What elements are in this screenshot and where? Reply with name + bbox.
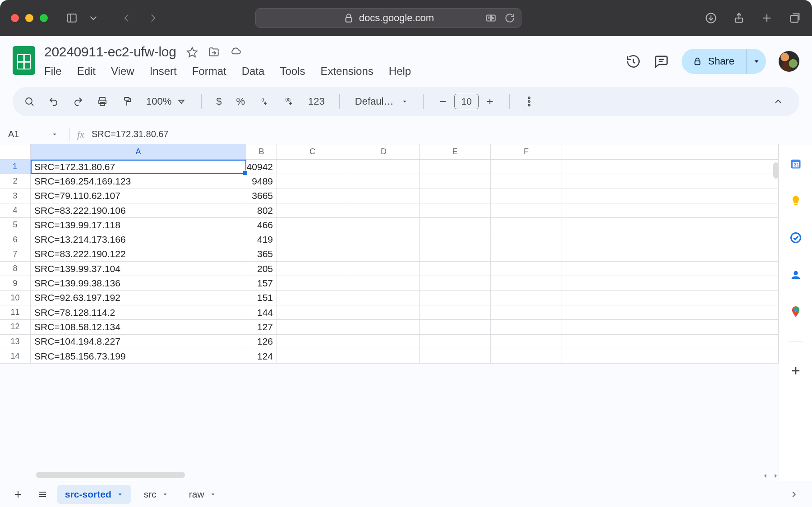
cell[interactable] — [277, 203, 348, 218]
cell[interactable]: 151 — [246, 291, 277, 305]
cell[interactable]: 419 — [246, 232, 277, 247]
decrease-decimal[interactable]: .0 — [256, 93, 273, 110]
cell[interactable] — [562, 160, 779, 174]
comments-icon[interactable] — [654, 54, 669, 69]
font-size-input[interactable]: 10 — [454, 94, 478, 109]
cell[interactable] — [420, 291, 491, 305]
tasks-app-icon[interactable] — [788, 230, 803, 245]
menu-format[interactable]: Format — [192, 65, 226, 78]
cell[interactable] — [562, 232, 779, 247]
row-header[interactable]: 9 — [0, 276, 31, 290]
row-header[interactable]: 13 — [0, 335, 31, 349]
cloud-status-icon[interactable] — [230, 46, 241, 58]
version-history-icon[interactable] — [626, 54, 641, 69]
menu-file[interactable]: File — [44, 65, 62, 78]
cell[interactable] — [562, 335, 779, 349]
cell[interactable] — [562, 305, 779, 320]
cell[interactable] — [420, 335, 491, 349]
cell[interactable] — [562, 262, 779, 276]
cell[interactable] — [562, 276, 779, 290]
tab-overview-icon[interactable] — [789, 12, 801, 24]
cell[interactable]: 144 — [246, 305, 277, 320]
back-button[interactable] — [121, 12, 133, 24]
row-header[interactable]: 8 — [0, 262, 31, 276]
cell[interactable] — [348, 232, 420, 247]
explore-button[interactable] — [784, 484, 804, 504]
column-header-A[interactable]: A — [31, 144, 246, 160]
undo-button[interactable] — [45, 93, 62, 110]
cell[interactable]: SRC=104.194.8.227 — [31, 335, 246, 349]
cell[interactable]: SRC=83.222.190.122 — [31, 247, 246, 262]
cell[interactable] — [491, 203, 562, 218]
cell[interactable] — [562, 349, 779, 364]
cell[interactable] — [491, 218, 562, 232]
row-header[interactable]: 2 — [0, 174, 31, 189]
cell[interactable] — [562, 291, 779, 305]
cell[interactable] — [562, 203, 779, 218]
cell[interactable]: SRC=83.222.190.106 — [31, 203, 246, 218]
cell[interactable] — [348, 291, 420, 305]
cell[interactable]: SRC=13.214.173.166 — [31, 232, 246, 247]
cell[interactable]: SRC=92.63.197.192 — [31, 291, 246, 305]
reload-icon[interactable] — [504, 12, 516, 24]
more-tools[interactable] — [521, 93, 538, 110]
spreadsheet-grid[interactable]: A B C D E F 1SRC=172.31.80.67409422SRC=1… — [0, 144, 779, 481]
forward-button[interactable] — [147, 12, 159, 24]
calendar-app-icon[interactable]: 31 — [788, 156, 803, 171]
cell[interactable] — [420, 262, 491, 276]
document-title[interactable]: 20240911-ec2-ufw-log — [44, 44, 176, 60]
account-avatar[interactable] — [779, 51, 799, 72]
cell[interactable] — [420, 218, 491, 232]
cell[interactable]: 802 — [246, 203, 277, 218]
keep-app-icon[interactable] — [788, 193, 803, 208]
row-header[interactable]: 12 — [0, 320, 31, 334]
sidebar-toggle-icon[interactable] — [66, 12, 78, 24]
cell[interactable] — [491, 232, 562, 247]
cell[interactable] — [348, 174, 420, 189]
sheet-tab-raw[interactable]: raw — [181, 485, 224, 504]
sheet-tab-menu-icon[interactable] — [162, 489, 168, 500]
move-icon[interactable] — [208, 46, 220, 58]
cell[interactable] — [348, 218, 420, 232]
star-icon[interactable] — [186, 46, 198, 58]
row-header[interactable]: 3 — [0, 189, 31, 203]
cell[interactable]: SRC=108.58.12.134 — [31, 320, 246, 334]
row-header[interactable]: 10 — [0, 291, 31, 305]
select-all-corner[interactable] — [0, 144, 31, 159]
cell[interactable]: 205 — [246, 262, 277, 276]
row-header[interactable]: 14 — [0, 349, 31, 364]
menu-data[interactable]: Data — [242, 65, 265, 78]
format-currency[interactable]: $ — [212, 93, 225, 110]
sheet-tab-menu-icon[interactable] — [210, 489, 216, 500]
share-icon[interactable] — [733, 12, 745, 24]
name-box[interactable]: A1 — [8, 129, 62, 139]
format-percent[interactable]: % — [233, 93, 249, 110]
row-header[interactable]: 7 — [0, 247, 31, 262]
vertical-scrollbar[interactable] — [773, 162, 779, 179]
cell[interactable]: SRC=139.99.38.136 — [31, 276, 246, 290]
increase-decimal[interactable]: .00 — [280, 93, 297, 110]
cell[interactable] — [277, 320, 348, 334]
get-addons-icon[interactable] — [788, 363, 803, 378]
row-header[interactable]: 4 — [0, 203, 31, 218]
cell[interactable] — [277, 291, 348, 305]
paint-format-button[interactable] — [118, 93, 135, 110]
menu-edit[interactable]: Edit — [77, 65, 96, 78]
cell[interactable] — [348, 189, 420, 203]
cell[interactable] — [491, 262, 562, 276]
cell[interactable] — [277, 335, 348, 349]
column-header-F[interactable]: F — [491, 144, 562, 159]
cell[interactable] — [277, 262, 348, 276]
menu-help[interactable]: Help — [389, 65, 411, 78]
menu-extensions[interactable]: Extensions — [320, 65, 373, 78]
cell[interactable] — [491, 189, 562, 203]
cell[interactable]: SRC=79.110.62.107 — [31, 189, 246, 203]
menu-tools[interactable]: Tools — [280, 65, 305, 78]
cell[interactable] — [277, 276, 348, 290]
zoom-window[interactable] — [40, 14, 48, 22]
cell[interactable] — [562, 174, 779, 189]
cell[interactable] — [562, 247, 779, 262]
cell[interactable]: 365 — [246, 247, 277, 262]
cell[interactable] — [348, 349, 420, 364]
downloads-icon[interactable] — [705, 12, 717, 24]
